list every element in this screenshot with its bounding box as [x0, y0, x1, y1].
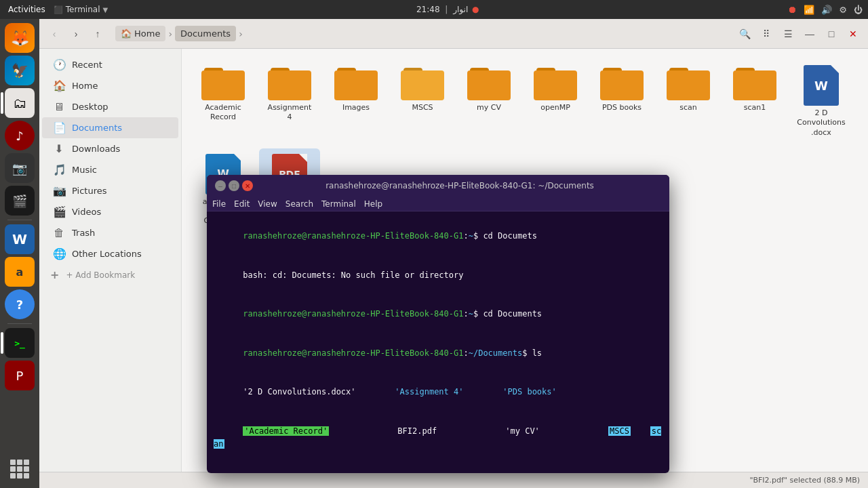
- file-item-scan1[interactable]: scan1: [724, 60, 785, 143]
- forward-button[interactable]: ›: [66, 24, 85, 43]
- dock-videos[interactable]: 🎬: [5, 186, 35, 216]
- file-name-scan: scan: [679, 103, 697, 113]
- sidebar-documents-label: Documents: [72, 123, 122, 133]
- breadcrumb-separator: ›: [168, 28, 172, 39]
- volume-icon: 🔊: [821, 5, 832, 15]
- sidebar-item-desktop[interactable]: 🖥 Desktop: [42, 96, 178, 117]
- top-bar: Activities ⬛ Terminal ▼ 21:48 | انوار ● …: [0, 0, 868, 19]
- dock-terminal[interactable]: >_: [5, 328, 35, 358]
- minimize-button[interactable]: —: [800, 24, 819, 43]
- breadcrumb-home-label: Home: [134, 28, 160, 39]
- sidebar-item-recent[interactable]: 🕐 Recent: [42, 54, 178, 75]
- close-button[interactable]: ✕: [844, 24, 863, 43]
- terminal-content[interactable]: ranashehroze@ranashehroze-HP-EliteBook-8…: [207, 211, 669, 473]
- sidebar-item-home[interactable]: 🏠 Home: [42, 75, 178, 96]
- terminal-close-button[interactable]: ✕: [242, 180, 253, 191]
- record-indicator: ⏺: [787, 4, 797, 15]
- file-item-openmp[interactable]: openMP: [525, 60, 586, 143]
- terminal-line-1: ranashehroze@ranashehroze-HP-EliteBook-8…: [214, 217, 663, 256]
- sidebar-downloads-label: Downloads: [72, 144, 120, 154]
- sidebar: 🕐 Recent 🏠 Home 🖥 Desktop 📄 Documents ⬇: [39, 49, 182, 472]
- file-name-openmp: openMP: [540, 103, 570, 113]
- file-name-assignment: Assignment 4: [264, 103, 315, 123]
- sidebar-item-documents[interactable]: 📄 Documents: [42, 117, 178, 138]
- file-manager-navbar: ‹ › ↑ 🏠 Home › Documents › 🔍 ⠿ ☰ — □: [39, 19, 868, 49]
- terminal-menu-terminal[interactable]: Terminal: [321, 199, 356, 209]
- search-button[interactable]: 🔍: [735, 24, 754, 43]
- dock-thunderbird[interactable]: 🦅: [5, 56, 35, 85]
- sidebar-item-videos[interactable]: 🎬 Videos: [42, 201, 178, 222]
- nav-right-buttons: 🔍 ⠿ ☰ — □ ✕: [735, 24, 863, 43]
- dock-separator-2: [7, 323, 32, 324]
- app-grid-button[interactable]: [5, 454, 35, 484]
- file-item-mycv[interactable]: my CV: [458, 60, 519, 143]
- sidebar-pictures-label: Pictures: [72, 186, 106, 196]
- desktop-icon: 🖥: [53, 100, 65, 113]
- file-item-assignment4[interactable]: Assignment 4: [259, 60, 320, 143]
- sidebar-item-music[interactable]: 🎵 Music: [42, 159, 178, 180]
- sidebar-item-other-locations[interactable]: 🌐 Other Locations: [42, 243, 178, 264]
- window-controls: – □ ✕: [215, 180, 253, 191]
- up-button[interactable]: ↑: [88, 24, 107, 43]
- dock-help[interactable]: ?: [5, 289, 35, 319]
- file-name-pds: PDS books: [602, 103, 642, 113]
- dock-impress[interactable]: P: [5, 361, 35, 390]
- videos-sidebar-icon: 🎬: [53, 205, 65, 218]
- file-name-mscs: MSCS: [412, 103, 433, 113]
- file-name-academic: Academic Record: [198, 103, 248, 123]
- view-options-button[interactable]: ⠿: [757, 24, 776, 43]
- sidebar-item-trash[interactable]: 🗑 Trash: [42, 222, 178, 243]
- sidebar-desktop-label: Desktop: [72, 102, 108, 112]
- left-dock: 🦊 🦅 🗂 ♪ 📷 🎬 W a ?: [0, 19, 39, 488]
- dock-camera[interactable]: 📷: [5, 153, 35, 183]
- folder-icon-scan: [667, 65, 710, 100]
- terminal-menu-search[interactable]: Search: [285, 199, 313, 209]
- add-bookmark-button[interactable]: + + Add Bookmark: [39, 264, 181, 285]
- terminal-menu-file[interactable]: File: [212, 199, 226, 209]
- dock-files[interactable]: 🗂: [5, 88, 35, 118]
- sidebar-home-label: Home: [72, 81, 98, 91]
- terminal-menu-edit[interactable]: Edit: [234, 199, 250, 209]
- terminal-app-name: ⬛ Terminal ▼: [54, 5, 108, 14]
- file-item-2dconv[interactable]: W 2 D Convolutions.docx: [791, 60, 852, 143]
- maximize-button[interactable]: □: [822, 24, 841, 43]
- breadcrumb-documents-label: Documents: [180, 28, 231, 39]
- dock-amazon[interactable]: a: [5, 257, 35, 287]
- sidebar-other-locations-label: Other Locations: [72, 249, 142, 259]
- terminal-maximize-button[interactable]: □: [229, 180, 239, 191]
- breadcrumb: 🏠 Home › Documents ›: [115, 26, 243, 41]
- breadcrumb-home[interactable]: 🏠 Home: [115, 26, 165, 41]
- terminal-minimize-button[interactable]: –: [215, 180, 226, 191]
- back-button[interactable]: ‹: [45, 24, 64, 43]
- file-item-academic-record[interactable]: Academic Record: [193, 60, 254, 143]
- dock-rhythmbox[interactable]: ♪: [5, 121, 35, 150]
- pictures-icon: 📷: [53, 184, 65, 197]
- terminal-menu-view[interactable]: View: [258, 199, 277, 209]
- folder-icon-academic: [201, 65, 245, 100]
- downloads-icon: ⬇: [53, 142, 65, 155]
- terminal-line-7: 'application for cloud Computing.odt' Im…: [214, 464, 663, 473]
- status-text: "BFI2.pdf" selected (88.9 MB): [749, 476, 860, 485]
- file-item-mscs[interactable]: MSCS: [392, 60, 453, 143]
- folder-icon-assignment: [268, 65, 311, 100]
- sidebar-trash-label: Trash: [72, 228, 95, 238]
- breadcrumb-end-sep: ›: [239, 28, 243, 39]
- menu-button[interactable]: ☰: [778, 24, 797, 43]
- file-item-scan[interactable]: scan: [658, 60, 719, 143]
- dock-firefox[interactable]: 🦊: [5, 23, 35, 53]
- terminal-menu-help[interactable]: Help: [364, 199, 382, 209]
- status-bar: "BFI2.pdf" selected (88.9 MB): [39, 472, 868, 488]
- sidebar-recent-label: Recent: [72, 60, 102, 70]
- activities-button[interactable]: Activities: [5, 5, 48, 14]
- breadcrumb-documents[interactable]: Documents: [175, 26, 236, 41]
- file-item-pdsbooks[interactable]: PDS books: [591, 60, 652, 143]
- sidebar-item-pictures[interactable]: 📷 Pictures: [42, 180, 178, 201]
- dock-libreoffice-writer[interactable]: W: [5, 224, 35, 254]
- sidebar-item-downloads[interactable]: ⬇ Downloads: [42, 138, 178, 159]
- add-bookmark-label: + Add Bookmark: [66, 270, 135, 280]
- sidebar-videos-label: Videos: [72, 207, 101, 217]
- terminal-window: – □ ✕ ranashehroze@ranashehroze-HP-Elite…: [207, 175, 669, 473]
- power-icon[interactable]: ⏻: [854, 5, 863, 15]
- file-item-images[interactable]: Images: [326, 60, 387, 143]
- trash-icon: 🗑: [53, 226, 65, 239]
